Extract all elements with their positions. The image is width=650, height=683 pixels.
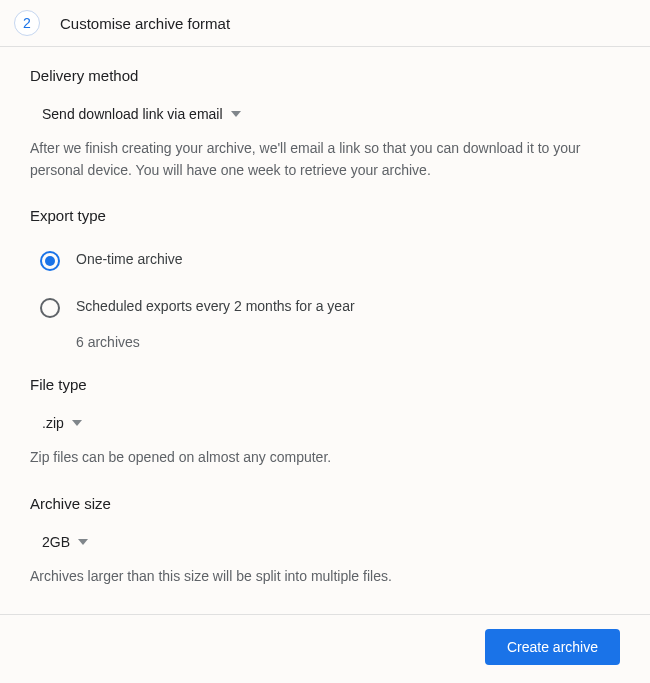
archive-size-selected: 2GB	[42, 534, 70, 550]
step-number-badge: 2	[14, 10, 40, 36]
chevron-down-icon	[231, 111, 241, 117]
radio-label: One-time archive	[76, 250, 183, 270]
delivery-method-section: Delivery method Send download link via e…	[30, 67, 620, 181]
export-type-title: Export type	[30, 207, 620, 224]
archive-size-dropdown[interactable]: 2GB	[36, 530, 94, 554]
radio-selected-icon	[40, 251, 60, 271]
chevron-down-icon	[72, 420, 82, 426]
delivery-method-title: Delivery method	[30, 67, 620, 84]
file-type-dropdown[interactable]: .zip	[36, 411, 88, 435]
create-archive-button[interactable]: Create archive	[485, 629, 620, 665]
content-area: Delivery method Send download link via e…	[0, 47, 650, 614]
delivery-method-dropdown[interactable]: Send download link via email	[36, 102, 247, 126]
archive-size-description: Archives larger than this size will be s…	[30, 566, 620, 588]
footer: Create archive	[0, 614, 650, 679]
export-type-section: Export type One-time archive Scheduled e…	[30, 207, 620, 350]
step-header: Choose your archive's file type and whet…	[0, 0, 650, 47]
step-title: Customise archive format	[60, 15, 230, 32]
file-type-selected: .zip	[42, 415, 64, 431]
archive-size-section: Archive size 2GB Archives larger than th…	[30, 495, 620, 588]
archive-size-title: Archive size	[30, 495, 620, 512]
chevron-down-icon	[78, 539, 88, 545]
file-type-description: Zip files can be opened on almost any co…	[30, 447, 620, 469]
file-type-section: File type .zip Zip files can be opened o…	[30, 376, 620, 469]
delivery-method-description: After we finish creating your archive, w…	[30, 138, 620, 181]
export-type-radio-group: One-time archive Scheduled exports every…	[30, 242, 620, 350]
radio-unselected-icon	[40, 298, 60, 318]
radio-sublabel: 6 archives	[76, 334, 620, 350]
radio-one-time-archive[interactable]: One-time archive	[30, 242, 620, 279]
file-type-title: File type	[30, 376, 620, 393]
radio-label: Scheduled exports every 2 months for a y…	[76, 297, 355, 317]
delivery-method-selected: Send download link via email	[42, 106, 223, 122]
radio-scheduled-exports[interactable]: Scheduled exports every 2 months for a y…	[30, 289, 620, 326]
